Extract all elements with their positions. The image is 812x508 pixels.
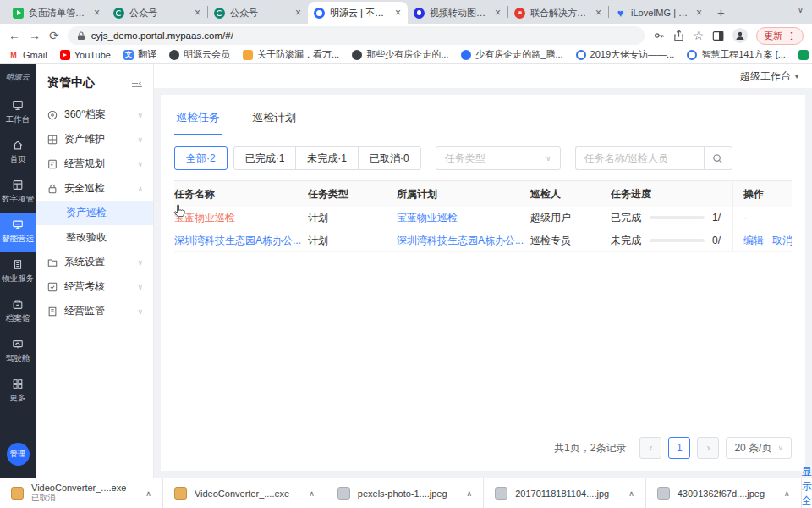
tab-inspection-tasks[interactable]: 巡检任务 (174, 105, 222, 135)
forward-button[interactable]: → (29, 30, 41, 41)
tab-search-chevron-icon[interactable]: ∨ (798, 5, 804, 14)
bookmark-interview[interactable]: 2019大佬专访——... (576, 48, 675, 61)
task-name-link[interactable]: 深圳湾科技生态园A栋办公... (174, 234, 308, 248)
download-item-4[interactable]: 20170118181104....jpg ∧ (484, 478, 646, 508)
bookmark-translate[interactable]: 文翻译 (123, 48, 156, 61)
bookmark-youtube[interactable]: YouTube (60, 50, 111, 60)
chevron-down-icon: ∨ (137, 283, 143, 291)
actions-cell: - (732, 207, 792, 229)
bookmark-mingyuan-member[interactable]: 明源云会员 (169, 48, 230, 61)
chevron-up-icon[interactable]: ∧ (145, 489, 151, 498)
bookmark-article-2[interactable]: 少有房企走的路_腾... (461, 48, 562, 61)
download-item-5[interactable]: 43091362f67d....jpeg ∧ (646, 478, 802, 508)
bookmark-leakproof[interactable]: 关于防渗漏，看万... (243, 48, 339, 61)
more-menu-icon[interactable]: ⋮ (787, 30, 796, 41)
tab-1[interactable]: 负面清单管理（后续） × (7, 2, 107, 24)
task-name-link[interactable]: 宝蓝物业巡检 (174, 211, 308, 225)
chevron-up-icon[interactable]: ∧ (309, 489, 315, 498)
sidenav-item-business-supervision[interactable]: 经营监管 ∨ (36, 299, 153, 323)
caret-down-icon[interactable]: ▾ (795, 73, 798, 80)
tab-4-active[interactable]: 明源云 | 不动产项目投 × (308, 2, 408, 24)
close-icon[interactable]: × (394, 7, 402, 19)
sidenav-item-360-archive[interactable]: 360°档案 ∨ (36, 102, 153, 127)
sidenav-item-business-assessment[interactable]: 经营考核 ∨ (36, 274, 153, 299)
chevron-up-icon[interactable]: ∧ (628, 489, 634, 498)
collapse-menu-icon[interactable] (131, 79, 143, 88)
gmail-icon: M (8, 50, 19, 60)
actions-cell: 编辑 取消 (732, 229, 792, 251)
filter-all-button[interactable]: 全部·2 (174, 146, 228, 170)
tab-3[interactable]: 公众号 × (208, 2, 308, 24)
progress-bar (650, 239, 705, 242)
sidenav-item-system-settings[interactable]: 系统设置 ∨ (36, 250, 153, 274)
side-panel-icon[interactable] (712, 30, 724, 41)
task-type-select[interactable]: 任务类型 ∨ (436, 146, 561, 170)
rail-item-more[interactable]: 更多 (0, 372, 36, 411)
close-icon[interactable]: × (194, 7, 201, 19)
sidenav-item-asset-maintenance[interactable]: 资产维护 ∨ (36, 127, 153, 152)
key-icon[interactable] (653, 30, 665, 41)
chevron-up-icon[interactable]: ∧ (467, 489, 473, 498)
sidenav-item-asset-inspection[interactable]: 资产巡检 (36, 201, 153, 225)
bookmark-star-icon[interactable]: ☆ (693, 29, 704, 42)
new-tab-button[interactable]: + (709, 5, 733, 19)
tab-7[interactable]: ♥ iLoveIMG | 图像文件在 × (609, 2, 709, 24)
tab-5[interactable]: 视频转动图_百度搜索 × (408, 2, 508, 24)
workspace-switcher[interactable]: 超级工作台 (740, 69, 791, 84)
page-size-select[interactable]: 20 条/页 ∨ (726, 437, 792, 459)
close-icon[interactable]: × (695, 7, 703, 19)
chrome-update-button[interactable]: 更新 ⋮ (756, 27, 804, 45)
admin-badge[interactable]: 管理 (7, 443, 30, 466)
ring-icon (576, 50, 586, 60)
rail-item-archives[interactable]: 档案馆 (0, 292, 36, 332)
profile-avatar[interactable] (732, 28, 748, 43)
close-icon[interactable]: × (595, 7, 602, 19)
show-all-downloads-button[interactable]: 显示全部 (802, 465, 812, 508)
bookmark-gmail[interactable]: MGmail (8, 50, 47, 60)
next-page-button[interactable]: › (697, 437, 719, 459)
filter-incomplete-button[interactable]: 未完成·1 (295, 146, 359, 170)
plan-link[interactable]: 宝蓝物业巡检 (397, 211, 530, 225)
search-input[interactable] (575, 146, 704, 170)
page-number-button[interactable]: 1 (668, 437, 690, 459)
sidenav-item-rectification-acceptance[interactable]: 整改验收 (36, 225, 153, 250)
download-item-2[interactable]: VideoConverter_....exe ∧ (163, 478, 326, 508)
tencent-video-icon (13, 8, 24, 19)
rail-item-smart-operations[interactable]: 智能营运 (0, 213, 36, 252)
bookmark-smart-engineering[interactable]: 智慧工程141方案 [... (687, 48, 786, 61)
image-file-icon (337, 487, 350, 500)
bookmark-annual-plan[interactable]: 2021年会方案 (798, 48, 812, 61)
rail-item-home[interactable]: 首页 (0, 133, 36, 173)
tab-inspection-plans[interactable]: 巡检计划 (250, 105, 298, 135)
plan-link[interactable]: 深圳湾科技生态园A栋办公... (397, 234, 530, 248)
edit-link[interactable]: 编辑 (743, 234, 764, 248)
sidenav-item-label: 360°档案 (64, 108, 137, 122)
close-icon[interactable]: × (294, 7, 302, 19)
download-item-1[interactable]: VideoConverter_....exe 已取消 ∧ (0, 478, 163, 508)
rail-item-workbench[interactable]: 工作台 (0, 93, 36, 133)
back-button[interactable]: ← (8, 30, 20, 41)
search-button[interactable] (704, 146, 732, 170)
tab-6[interactable]: 联合解决方案发布，华 × (508, 2, 608, 24)
chevron-up-icon[interactable]: ∧ (784, 489, 790, 498)
prev-page-button[interactable]: ‹ (639, 437, 661, 459)
filter-cancelled-button[interactable]: 已取消·0 (358, 146, 421, 170)
close-icon[interactable]: × (494, 7, 502, 19)
tab-2[interactable]: 公众号 × (107, 2, 207, 24)
reload-button[interactable]: ⟳ (49, 30, 59, 41)
share-icon[interactable] (673, 30, 684, 41)
doc-star-icon (47, 159, 58, 169)
rail-item-cockpit[interactable]: 驾驶舱 (0, 332, 36, 372)
chevron-down-icon: ∨ (137, 258, 143, 267)
bookmark-article-1[interactable]: 那些少有房企走的... (352, 48, 448, 61)
rail-item-digital-pm[interactable]: 数字项管 (0, 173, 36, 213)
url-box[interactable]: cyjs_demo.portal.mypaas.com/#/ (68, 26, 645, 45)
sidenav-item-safety-inspection[interactable]: 安全巡检 ∧ (36, 176, 153, 201)
filter-completed-button[interactable]: 已完成·1 (233, 146, 297, 170)
bookmark-label: YouTube (74, 50, 111, 60)
cancel-link[interactable]: 取消 (772, 234, 792, 248)
close-icon[interactable]: × (93, 7, 101, 19)
download-item-3[interactable]: pexels-photo-1....jpeg ∧ (326, 478, 484, 508)
rail-item-property-service[interactable]: 物业服务 (0, 252, 36, 292)
sidenav-item-business-planning[interactable]: 经营规划 ∨ (36, 152, 153, 176)
